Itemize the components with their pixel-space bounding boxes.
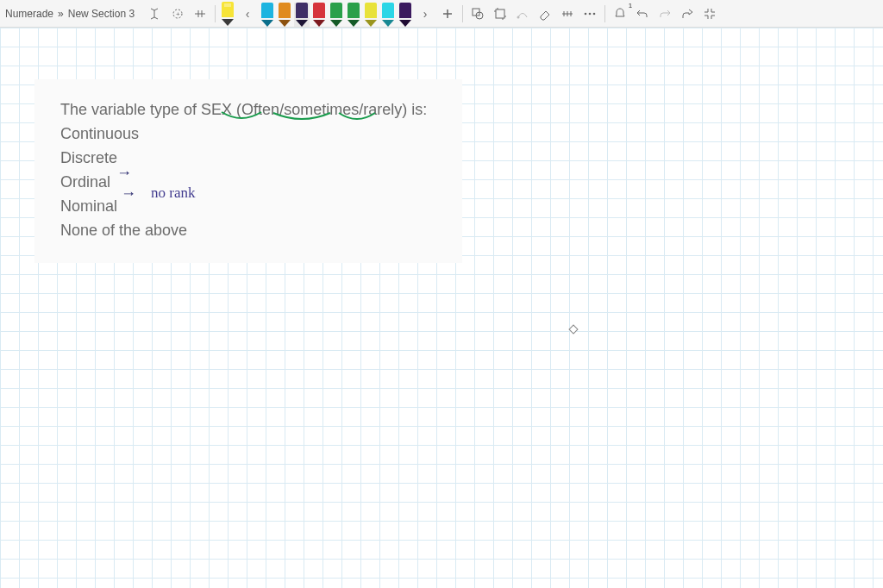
redo-icon[interactable] [654, 3, 675, 24]
breadcrumb-current[interactable]: New Section 3 [68, 8, 135, 20]
separator [462, 5, 463, 22]
canvas-grid[interactable]: The variable type of SEX (Often/sometime… [0, 28, 883, 588]
separator [604, 5, 605, 22]
prompt-often: Often [241, 101, 279, 118]
choice-nominal: Nominal [60, 195, 436, 217]
pen-cyan[interactable] [380, 3, 396, 27]
pen-next-button[interactable]: › [415, 3, 435, 24]
text-cursor-icon[interactable] [145, 3, 166, 24]
choice-continuous: Continuous [60, 122, 436, 145]
svg-point-7 [589, 12, 592, 15]
breadcrumb: Numerade » New Section 3 [5, 8, 143, 20]
lasso-icon[interactable]: + [167, 3, 188, 24]
choice-discrete: Discrete [60, 147, 436, 169]
svg-rect-4 [496, 9, 504, 18]
pen-yellow-highlighter[interactable] [220, 2, 235, 26]
choice-none: None of the above [60, 219, 436, 241]
question-card: The variable type of SEX (Often/sometime… [34, 79, 462, 263]
top-toolbar: Numerade » New Section 3 + ‹ › [0, 0, 883, 28]
notification-badge: 1 [629, 2, 632, 9]
cursor-diamond-icon [568, 324, 578, 334]
pen-red[interactable] [311, 3, 327, 27]
prompt-rarely: rarely [363, 101, 402, 118]
eraser-icon[interactable] [535, 3, 555, 24]
pen-palette [260, 0, 413, 28]
more-icon[interactable] [579, 3, 600, 24]
svg-point-6 [585, 12, 587, 15]
pen-purple-selected[interactable] [294, 3, 310, 27]
choice-ordinal: Ordinal [60, 171, 436, 193]
add-pen-icon[interactable] [437, 3, 458, 24]
svg-text:+: + [176, 10, 180, 18]
question-prompt: The variable type of SEX (Often/sometime… [60, 98, 436, 121]
pen-prev-button[interactable]: ‹ [237, 3, 258, 24]
separator [215, 5, 216, 22]
fullscreen-collapse-icon[interactable] [699, 3, 720, 24]
svg-point-8 [593, 12, 596, 15]
pen-blue[interactable] [260, 3, 275, 27]
pen-green-1[interactable] [329, 3, 344, 27]
prompt-post: ) is: [402, 101, 427, 118]
prompt-sometimes: sometimes [284, 101, 359, 118]
prompt-pre: The variable type of SEX ( [60, 101, 241, 118]
crop-icon[interactable] [490, 3, 510, 24]
pen-orange[interactable] [277, 3, 292, 27]
shape-icon[interactable] [467, 3, 488, 24]
insert-space-icon[interactable] [190, 3, 210, 24]
pen-green-2[interactable] [346, 3, 361, 27]
undo-icon[interactable] [632, 3, 653, 24]
breadcrumb-sep: » [58, 8, 64, 20]
share-icon[interactable] [677, 3, 698, 24]
breadcrumb-root[interactable]: Numerade [5, 8, 53, 20]
notifications-icon[interactable]: 1 [610, 3, 630, 24]
ink-to-shape-icon[interactable] [512, 3, 533, 24]
svg-point-5 [517, 16, 520, 18]
pen-dark-purple[interactable] [398, 3, 413, 27]
pen-yellow-2[interactable] [363, 3, 379, 27]
ruler-icon[interactable] [557, 3, 578, 24]
